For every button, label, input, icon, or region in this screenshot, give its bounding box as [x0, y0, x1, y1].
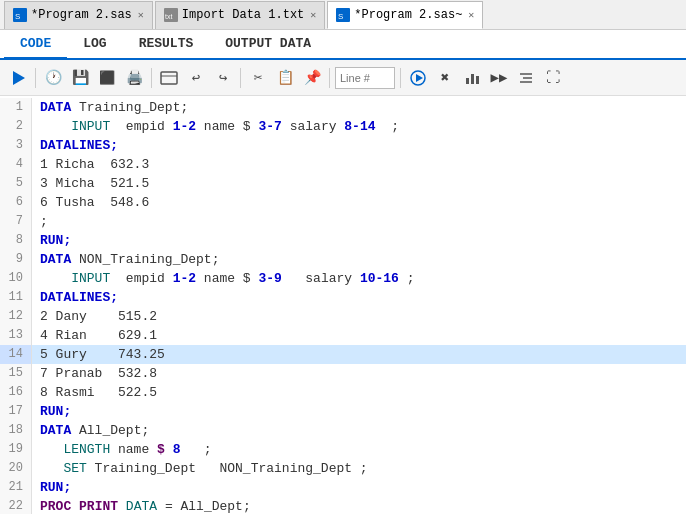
- code-editor[interactable]: 1 DATA Training_Dept; 2 INPUT empid 1-2 …: [0, 96, 686, 514]
- txt-icon: txt: [164, 8, 178, 22]
- run-btn[interactable]: [6, 66, 30, 90]
- code-line: 15 7 Pranab 532.8: [0, 364, 686, 383]
- chart-btn[interactable]: [460, 66, 484, 90]
- code-text[interactable]: DATA All_Dept;: [32, 421, 149, 440]
- tab-close-btn[interactable]: ✕: [310, 9, 316, 21]
- submit-btn[interactable]: [157, 66, 181, 90]
- code-line: 2 INPUT empid 1-2 name $ 3-7 salary 8-14…: [0, 117, 686, 136]
- code-line: 19 LENGTH name $ 8 ;: [0, 440, 686, 459]
- code-line: 13 4 Rian 629.1: [0, 326, 686, 345]
- code-line: 16 8 Rasmi 522.5: [0, 383, 686, 402]
- copy-btn[interactable]: 📋: [273, 66, 297, 90]
- code-line: 11 DATALINES;: [0, 288, 686, 307]
- nav-tab-results[interactable]: RESULTS: [123, 30, 210, 60]
- tab-close-btn[interactable]: ✕: [468, 9, 474, 21]
- code-text[interactable]: 5 Gury 743.25: [32, 345, 165, 364]
- title-bar: S *Program 2.sas ✕ txt Import Data 1.txt…: [0, 0, 686, 30]
- nav-tab-log[interactable]: LOG: [67, 30, 122, 60]
- svg-rect-7: [161, 72, 177, 84]
- svg-rect-13: [476, 76, 479, 84]
- code-text[interactable]: DATALINES;: [32, 136, 118, 155]
- code-line: 3 DATALINES;: [0, 136, 686, 155]
- stop-btn[interactable]: ✖: [433, 66, 457, 90]
- line-number: 1: [0, 98, 32, 117]
- code-text[interactable]: 1 Richa 632.3: [32, 155, 149, 174]
- print-btn[interactable]: 🖨️: [122, 66, 146, 90]
- undo-btn[interactable]: ↩: [184, 66, 208, 90]
- nav-tab-code[interactable]: CODE: [4, 30, 67, 60]
- line-number: 11: [0, 288, 32, 307]
- run2-btn[interactable]: [406, 66, 430, 90]
- code-text[interactable]: 2 Dany 515.2: [32, 307, 157, 326]
- chart-icon: [464, 70, 480, 86]
- play-icon: [410, 70, 426, 86]
- sep4: [329, 68, 330, 88]
- line-number: 22: [0, 497, 32, 514]
- line-number: 14: [0, 345, 32, 364]
- code-text[interactable]: RUN;: [32, 478, 71, 497]
- line-number: 17: [0, 402, 32, 421]
- code-text[interactable]: ;: [32, 212, 48, 231]
- svg-text:S: S: [338, 12, 343, 21]
- tab-label: Import Data 1.txt: [182, 8, 304, 22]
- paste-btn[interactable]: 📌: [300, 66, 324, 90]
- tab-program2-tilde[interactable]: S *Program 2.sas~ ✕: [327, 1, 483, 29]
- code-text[interactable]: SET Training_Dept NON_Training_Dept ;: [32, 459, 368, 478]
- line-number: 15: [0, 364, 32, 383]
- tab-label: *Program 2.sas~: [354, 8, 462, 22]
- code-text[interactable]: 4 Rian 629.1: [32, 326, 157, 345]
- code-text[interactable]: RUN;: [32, 402, 71, 421]
- save-all-btn[interactable]: ⬛: [95, 66, 119, 90]
- redo-btn[interactable]: ↪: [211, 66, 235, 90]
- format-btn[interactable]: [514, 66, 538, 90]
- code-text[interactable]: 7 Pranab 532.8: [32, 364, 157, 383]
- code-text[interactable]: 6 Tusha 548.6: [32, 193, 149, 212]
- sep5: [400, 68, 401, 88]
- line-number: 19: [0, 440, 32, 459]
- code-text[interactable]: DATA Training_Dept;: [32, 98, 188, 117]
- line-number: 18: [0, 421, 32, 440]
- save-btn[interactable]: 💾: [68, 66, 92, 90]
- code-text[interactable]: DATALINES;: [32, 288, 118, 307]
- code-line: 6 6 Tusha 548.6: [0, 193, 686, 212]
- nav-tab-output[interactable]: OUTPUT DATA: [209, 30, 327, 60]
- line-number: 2: [0, 117, 32, 136]
- code-line: 22 PROC PRINT DATA = All_Dept;: [0, 497, 686, 514]
- line-number: 7: [0, 212, 32, 231]
- code-line: 1 DATA Training_Dept;: [0, 98, 686, 117]
- debug-btn[interactable]: ▶▶: [487, 66, 511, 90]
- sep3: [240, 68, 241, 88]
- code-line: 17 RUN;: [0, 402, 686, 421]
- code-line: 5 3 Micha 521.5: [0, 174, 686, 193]
- code-line: 8 RUN;: [0, 231, 686, 250]
- fullscreen-btn[interactable]: ⛶: [541, 66, 565, 90]
- tab-program2[interactable]: S *Program 2.sas ✕: [4, 1, 153, 29]
- history-btn[interactable]: 🕐: [41, 66, 65, 90]
- cut-btn[interactable]: ✂: [246, 66, 270, 90]
- code-text[interactable]: INPUT empid 1-2 name $ 3-9 salary 10-16 …: [32, 269, 415, 288]
- svg-marker-6: [13, 71, 25, 85]
- format-icon: [518, 70, 534, 86]
- code-text[interactable]: 8 Rasmi 522.5: [32, 383, 157, 402]
- tab-importdata[interactable]: txt Import Data 1.txt ✕: [155, 1, 325, 29]
- code-text[interactable]: 3 Micha 521.5: [32, 174, 149, 193]
- tab-close-btn[interactable]: ✕: [138, 9, 144, 21]
- code-text[interactable]: INPUT empid 1-2 name $ 3-7 salary 8-14 ;: [32, 117, 399, 136]
- nav-tabs: CODE LOG RESULTS OUTPUT DATA: [0, 30, 686, 60]
- code-line: 21 RUN;: [0, 478, 686, 497]
- line-input[interactable]: [335, 67, 395, 89]
- code-text[interactable]: PROC PRINT DATA = All_Dept;: [32, 497, 251, 514]
- line-number: 21: [0, 478, 32, 497]
- line-number: 4: [0, 155, 32, 174]
- code-text[interactable]: DATA NON_Training_Dept;: [32, 250, 219, 269]
- code-line: 18 DATA All_Dept;: [0, 421, 686, 440]
- svg-rect-12: [471, 74, 474, 84]
- svg-rect-11: [466, 78, 469, 84]
- code-text[interactable]: LENGTH name $ 8 ;: [32, 440, 212, 459]
- code-text[interactable]: RUN;: [32, 231, 71, 250]
- line-number: 20: [0, 459, 32, 478]
- sas-icon: S: [336, 8, 350, 22]
- code-line: 7 ;: [0, 212, 686, 231]
- line-number: 3: [0, 136, 32, 155]
- code-line: 20 SET Training_Dept NON_Training_Dept ;: [0, 459, 686, 478]
